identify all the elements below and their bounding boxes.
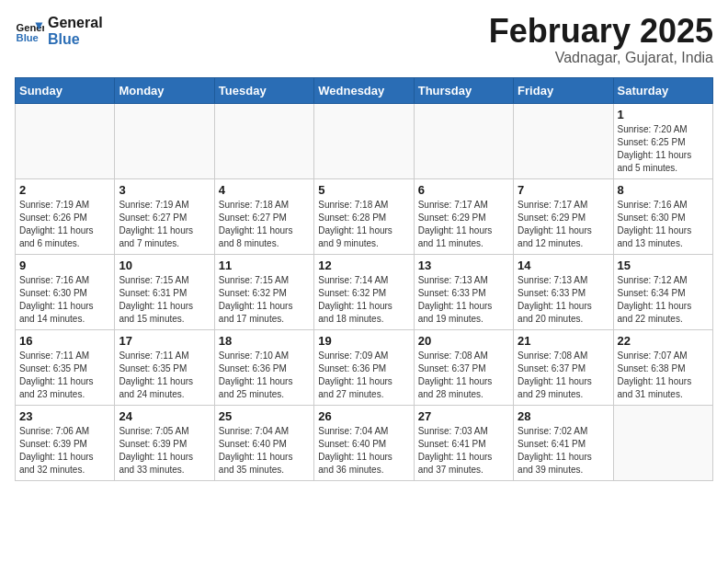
day-info: Sunrise: 7:12 AM Sunset: 6:34 PM Dayligh… <box>618 274 709 326</box>
day-info: Sunrise: 7:19 AM Sunset: 6:26 PM Dayligh… <box>19 199 110 250</box>
calendar-cell: 16Sunrise: 7:11 AM Sunset: 6:35 PM Dayli… <box>16 330 115 406</box>
weekday-header-tuesday: Tuesday <box>214 78 313 104</box>
day-number: 10 <box>119 259 210 272</box>
calendar-cell <box>514 104 613 179</box>
calendar-cell: 20Sunrise: 7:08 AM Sunset: 6:37 PM Dayli… <box>414 330 513 406</box>
day-number: 4 <box>219 183 310 197</box>
day-info: Sunrise: 7:13 AM Sunset: 6:33 PM Dayligh… <box>518 274 609 326</box>
calendar-cell: 25Sunrise: 7:04 AM Sunset: 6:40 PM Dayli… <box>214 406 313 481</box>
day-number: 8 <box>618 183 709 197</box>
calendar-cell: 5Sunrise: 7:18 AM Sunset: 6:28 PM Daylig… <box>314 179 414 255</box>
header: General Blue General Blue February 2025 … <box>15 15 713 66</box>
title-area: February 2025 Vadnagar, Gujarat, India <box>489 15 713 66</box>
week-row-2: 2Sunrise: 7:19 AM Sunset: 6:26 PM Daylig… <box>16 179 713 255</box>
calendar-cell: 23Sunrise: 7:06 AM Sunset: 6:39 PM Dayli… <box>16 406 115 481</box>
svg-text:Blue: Blue <box>17 32 39 43</box>
day-info: Sunrise: 7:13 AM Sunset: 6:33 PM Dayligh… <box>418 274 509 326</box>
day-info: Sunrise: 7:14 AM Sunset: 6:32 PM Dayligh… <box>318 274 409 326</box>
day-info: Sunrise: 7:19 AM Sunset: 6:27 PM Dayligh… <box>119 199 210 250</box>
calendar-cell: 4Sunrise: 7:18 AM Sunset: 6:27 PM Daylig… <box>214 179 313 255</box>
day-number: 18 <box>219 334 310 348</box>
weekday-row: SundayMondayTuesdayWednesdayThursdayFrid… <box>16 78 713 104</box>
day-info: Sunrise: 7:18 AM Sunset: 6:27 PM Dayligh… <box>219 199 310 250</box>
calendar-cell: 6Sunrise: 7:17 AM Sunset: 6:29 PM Daylig… <box>414 179 513 255</box>
logo-icon: General Blue <box>15 17 44 46</box>
calendar-cell: 1Sunrise: 7:20 AM Sunset: 6:25 PM Daylig… <box>613 104 712 179</box>
day-number: 9 <box>19 259 110 272</box>
day-number: 23 <box>19 409 110 423</box>
calendar-cell <box>115 104 214 179</box>
weekday-header-thursday: Thursday <box>414 78 513 104</box>
calendar-cell <box>414 104 513 179</box>
calendar-cell: 12Sunrise: 7:14 AM Sunset: 6:32 PM Dayli… <box>314 255 414 330</box>
logo: General Blue General Blue <box>15 15 103 48</box>
calendar-cell: 9Sunrise: 7:16 AM Sunset: 6:30 PM Daylig… <box>16 255 115 330</box>
day-info: Sunrise: 7:09 AM Sunset: 6:36 PM Dayligh… <box>318 350 409 401</box>
calendar-cell: 24Sunrise: 7:05 AM Sunset: 6:39 PM Dayli… <box>115 406 214 481</box>
day-number: 5 <box>318 183 409 197</box>
calendar-cell: 14Sunrise: 7:13 AM Sunset: 6:33 PM Dayli… <box>514 255 613 330</box>
day-info: Sunrise: 7:18 AM Sunset: 6:28 PM Dayligh… <box>318 199 409 250</box>
calendar-cell: 21Sunrise: 7:08 AM Sunset: 6:37 PM Dayli… <box>514 330 613 406</box>
day-number: 12 <box>318 259 409 272</box>
day-info: Sunrise: 7:04 AM Sunset: 6:40 PM Dayligh… <box>318 425 409 477</box>
week-row-4: 16Sunrise: 7:11 AM Sunset: 6:35 PM Dayli… <box>16 330 713 406</box>
day-info: Sunrise: 7:04 AM Sunset: 6:40 PM Dayligh… <box>219 425 310 477</box>
day-info: Sunrise: 7:08 AM Sunset: 6:37 PM Dayligh… <box>418 350 509 401</box>
day-info: Sunrise: 7:02 AM Sunset: 6:41 PM Dayligh… <box>518 425 609 477</box>
calendar-cell: 13Sunrise: 7:13 AM Sunset: 6:33 PM Dayli… <box>414 255 513 330</box>
logo-line1: General <box>48 15 103 31</box>
day-info: Sunrise: 7:15 AM Sunset: 6:31 PM Dayligh… <box>119 274 210 326</box>
calendar-body: 1Sunrise: 7:20 AM Sunset: 6:25 PM Daylig… <box>16 104 713 481</box>
calendar-cell: 17Sunrise: 7:11 AM Sunset: 6:35 PM Dayli… <box>115 330 214 406</box>
day-number: 22 <box>618 334 709 348</box>
calendar-cell: 28Sunrise: 7:02 AM Sunset: 6:41 PM Dayli… <box>514 406 613 481</box>
day-number: 20 <box>418 334 509 348</box>
calendar-cell: 2Sunrise: 7:19 AM Sunset: 6:26 PM Daylig… <box>16 179 115 255</box>
calendar-cell: 3Sunrise: 7:19 AM Sunset: 6:27 PM Daylig… <box>115 179 214 255</box>
weekday-header-monday: Monday <box>115 78 214 104</box>
week-row-5: 23Sunrise: 7:06 AM Sunset: 6:39 PM Dayli… <box>16 406 713 481</box>
day-info: Sunrise: 7:17 AM Sunset: 6:29 PM Dayligh… <box>418 199 509 250</box>
day-info: Sunrise: 7:07 AM Sunset: 6:38 PM Dayligh… <box>618 350 709 401</box>
day-number: 28 <box>518 409 609 423</box>
weekday-header-sunday: Sunday <box>16 78 115 104</box>
day-number: 27 <box>418 409 509 423</box>
day-number: 26 <box>318 409 409 423</box>
day-info: Sunrise: 7:16 AM Sunset: 6:30 PM Dayligh… <box>19 274 110 326</box>
calendar-cell <box>314 104 414 179</box>
day-number: 17 <box>119 334 210 348</box>
calendar-cell: 18Sunrise: 7:10 AM Sunset: 6:36 PM Dayli… <box>214 330 313 406</box>
day-info: Sunrise: 7:11 AM Sunset: 6:35 PM Dayligh… <box>119 350 210 401</box>
calendar-cell <box>16 104 115 179</box>
weekday-header-wednesday: Wednesday <box>314 78 414 104</box>
day-number: 7 <box>518 183 609 197</box>
logo-line2: Blue <box>48 31 103 48</box>
calendar-cell: 11Sunrise: 7:15 AM Sunset: 6:32 PM Dayli… <box>214 255 313 330</box>
day-number: 24 <box>119 409 210 423</box>
calendar-cell: 27Sunrise: 7:03 AM Sunset: 6:41 PM Dayli… <box>414 406 513 481</box>
day-info: Sunrise: 7:20 AM Sunset: 6:25 PM Dayligh… <box>618 123 709 175</box>
day-number: 15 <box>618 259 709 272</box>
calendar: SundayMondayTuesdayWednesdayThursdayFrid… <box>15 77 713 481</box>
day-info: Sunrise: 7:16 AM Sunset: 6:30 PM Dayligh… <box>618 199 709 250</box>
calendar-header: SundayMondayTuesdayWednesdayThursdayFrid… <box>16 78 713 104</box>
day-info: Sunrise: 7:08 AM Sunset: 6:37 PM Dayligh… <box>518 350 609 401</box>
day-number: 16 <box>19 334 110 348</box>
calendar-cell: 26Sunrise: 7:04 AM Sunset: 6:40 PM Dayli… <box>314 406 414 481</box>
weekday-header-saturday: Saturday <box>613 78 712 104</box>
day-number: 19 <box>318 334 409 348</box>
day-number: 25 <box>219 409 310 423</box>
day-number: 11 <box>219 259 310 272</box>
day-info: Sunrise: 7:15 AM Sunset: 6:32 PM Dayligh… <box>219 274 310 326</box>
day-info: Sunrise: 7:11 AM Sunset: 6:35 PM Dayligh… <box>19 350 110 401</box>
location-subtitle: Vadnagar, Gujarat, India <box>489 50 713 66</box>
day-number: 2 <box>19 183 110 197</box>
calendar-cell: 22Sunrise: 7:07 AM Sunset: 6:38 PM Dayli… <box>613 330 712 406</box>
day-info: Sunrise: 7:10 AM Sunset: 6:36 PM Dayligh… <box>219 350 310 401</box>
calendar-cell: 8Sunrise: 7:16 AM Sunset: 6:30 PM Daylig… <box>613 179 712 255</box>
day-number: 13 <box>418 259 509 272</box>
month-title: February 2025 <box>489 15 713 48</box>
day-info: Sunrise: 7:06 AM Sunset: 6:39 PM Dayligh… <box>19 425 110 477</box>
day-number: 6 <box>418 183 509 197</box>
